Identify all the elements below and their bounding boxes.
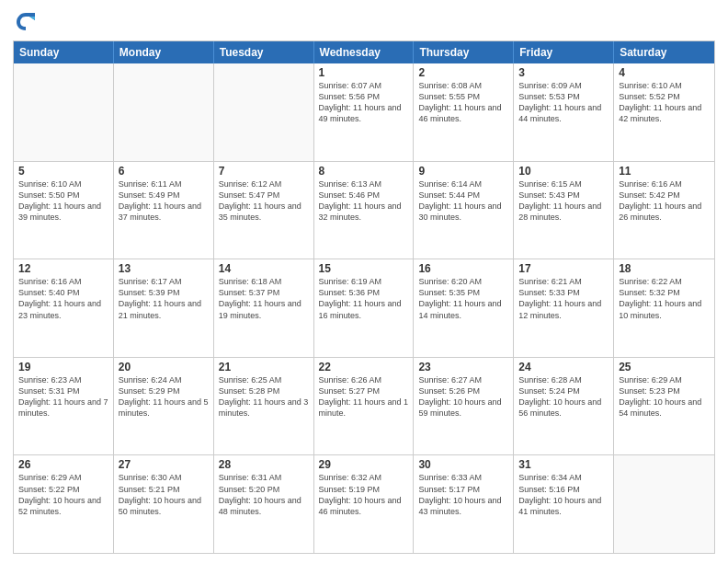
cell-info: Sunrise: 6:12 AM Sunset: 5:47 PM Dayligh… bbox=[219, 178, 309, 224]
cal-cell-2: 2Sunrise: 6:08 AM Sunset: 5:55 PM Daylig… bbox=[414, 63, 514, 161]
day-number: 27 bbox=[119, 458, 209, 471]
day-number: 19 bbox=[18, 361, 108, 373]
day-number: 10 bbox=[518, 165, 609, 178]
cal-cell-12: 12Sunrise: 6:16 AM Sunset: 5:40 PM Dayli… bbox=[14, 259, 114, 357]
page: SundayMondayTuesdayWednesdayThursdayFrid… bbox=[0, 0, 728, 563]
day-number: 8 bbox=[319, 165, 409, 178]
cell-info: Sunrise: 6:10 AM Sunset: 5:52 PM Dayligh… bbox=[619, 80, 710, 125]
day-number: 31 bbox=[518, 458, 609, 471]
cal-cell-26: 26Sunrise: 6:29 AM Sunset: 5:22 PM Dayli… bbox=[14, 455, 114, 553]
cal-row-2: 12Sunrise: 6:16 AM Sunset: 5:40 PM Dayli… bbox=[14, 259, 714, 357]
cell-info: Sunrise: 6:22 AM Sunset: 5:32 PM Dayligh… bbox=[619, 276, 710, 321]
cell-info: Sunrise: 6:18 AM Sunset: 5:37 PM Dayligh… bbox=[219, 276, 309, 321]
day-number: 25 bbox=[619, 361, 710, 373]
cell-info: Sunrise: 6:09 AM Sunset: 5:53 PM Dayligh… bbox=[518, 80, 609, 125]
cell-info: Sunrise: 6:27 AM Sunset: 5:26 PM Dayligh… bbox=[418, 374, 508, 419]
cell-info: Sunrise: 6:31 AM Sunset: 5:20 PM Dayligh… bbox=[219, 472, 309, 517]
cell-info: Sunrise: 6:33 AM Sunset: 5:17 PM Dayligh… bbox=[418, 472, 508, 517]
cell-info: Sunrise: 6:26 AM Sunset: 5:27 PM Dayligh… bbox=[319, 374, 409, 419]
cell-info: Sunrise: 6:29 AM Sunset: 5:23 PM Dayligh… bbox=[619, 374, 710, 419]
header bbox=[13, 9, 715, 35]
cal-row-0: 1Sunrise: 6:07 AM Sunset: 5:56 PM Daylig… bbox=[14, 63, 714, 161]
cal-cell-25: 25Sunrise: 6:29 AM Sunset: 5:23 PM Dayli… bbox=[614, 358, 714, 455]
cal-cell-13: 13Sunrise: 6:17 AM Sunset: 5:39 PM Dayli… bbox=[114, 259, 214, 357]
day-number: 22 bbox=[319, 361, 409, 373]
cell-info: Sunrise: 6:32 AM Sunset: 5:19 PM Dayligh… bbox=[319, 472, 409, 517]
cal-cell-20: 20Sunrise: 6:24 AM Sunset: 5:29 PM Dayli… bbox=[114, 358, 214, 455]
day-number: 24 bbox=[518, 361, 609, 373]
cal-cell-8: 8Sunrise: 6:13 AM Sunset: 5:46 PM Daylig… bbox=[314, 162, 415, 259]
cal-cell-11: 11Sunrise: 6:16 AM Sunset: 5:42 PM Dayli… bbox=[614, 162, 714, 259]
weekday-header-sunday: Sunday bbox=[14, 41, 114, 63]
cal-cell-24: 24Sunrise: 6:28 AM Sunset: 5:24 PM Dayli… bbox=[514, 358, 614, 455]
cal-cell-19: 19Sunrise: 6:23 AM Sunset: 5:31 PM Dayli… bbox=[14, 358, 114, 455]
cal-cell-5: 5Sunrise: 6:10 AM Sunset: 5:50 PM Daylig… bbox=[14, 162, 114, 259]
day-number: 6 bbox=[119, 165, 209, 178]
cell-info: Sunrise: 6:29 AM Sunset: 5:22 PM Dayligh… bbox=[18, 472, 108, 517]
logo bbox=[13, 9, 40, 35]
cal-cell-10: 10Sunrise: 6:15 AM Sunset: 5:43 PM Dayli… bbox=[514, 162, 614, 259]
cal-cell-7: 7Sunrise: 6:12 AM Sunset: 5:47 PM Daylig… bbox=[214, 162, 314, 259]
weekday-header-saturday: Saturday bbox=[614, 41, 714, 63]
cell-info: Sunrise: 6:20 AM Sunset: 5:35 PM Dayligh… bbox=[418, 276, 508, 321]
cal-cell-29: 29Sunrise: 6:32 AM Sunset: 5:19 PM Dayli… bbox=[314, 455, 415, 553]
day-number: 28 bbox=[219, 458, 309, 471]
day-number: 15 bbox=[319, 262, 409, 275]
day-number: 11 bbox=[619, 165, 710, 178]
cal-cell-14: 14Sunrise: 6:18 AM Sunset: 5:37 PM Dayli… bbox=[214, 259, 314, 357]
cal-cell-6: 6Sunrise: 6:11 AM Sunset: 5:49 PM Daylig… bbox=[114, 162, 214, 259]
cal-cell-21: 21Sunrise: 6:25 AM Sunset: 5:28 PM Dayli… bbox=[214, 358, 314, 455]
day-number: 12 bbox=[18, 262, 108, 275]
day-number: 17 bbox=[518, 262, 609, 275]
cell-info: Sunrise: 6:19 AM Sunset: 5:36 PM Dayligh… bbox=[319, 276, 409, 321]
calendar-header: SundayMondayTuesdayWednesdayThursdayFrid… bbox=[14, 41, 714, 63]
day-number: 29 bbox=[319, 458, 409, 471]
calendar: SundayMondayTuesdayWednesdayThursdayFrid… bbox=[13, 40, 715, 554]
day-number: 7 bbox=[219, 165, 309, 178]
day-number: 16 bbox=[418, 262, 508, 275]
cell-info: Sunrise: 6:25 AM Sunset: 5:28 PM Dayligh… bbox=[219, 374, 309, 419]
cal-cell-empty-0-2 bbox=[214, 63, 314, 161]
cal-cell-31: 31Sunrise: 6:34 AM Sunset: 5:16 PM Dayli… bbox=[514, 455, 614, 553]
day-number: 13 bbox=[119, 262, 209, 275]
day-number: 5 bbox=[18, 165, 108, 178]
cal-row-3: 19Sunrise: 6:23 AM Sunset: 5:31 PM Dayli… bbox=[14, 357, 714, 455]
cal-cell-17: 17Sunrise: 6:21 AM Sunset: 5:33 PM Dayli… bbox=[514, 259, 614, 357]
cell-info: Sunrise: 6:15 AM Sunset: 5:43 PM Dayligh… bbox=[518, 178, 609, 224]
cell-info: Sunrise: 6:08 AM Sunset: 5:55 PM Dayligh… bbox=[418, 80, 508, 125]
cal-row-4: 26Sunrise: 6:29 AM Sunset: 5:22 PM Dayli… bbox=[14, 454, 714, 553]
logo-icon bbox=[13, 9, 39, 35]
cal-cell-3: 3Sunrise: 6:09 AM Sunset: 5:53 PM Daylig… bbox=[514, 63, 614, 161]
calendar-body: 1Sunrise: 6:07 AM Sunset: 5:56 PM Daylig… bbox=[14, 63, 714, 553]
cal-cell-empty-0-1 bbox=[114, 63, 214, 161]
cal-cell-22: 22Sunrise: 6:26 AM Sunset: 5:27 PM Dayli… bbox=[314, 358, 415, 455]
day-number: 18 bbox=[619, 262, 710, 275]
cell-info: Sunrise: 6:24 AM Sunset: 5:29 PM Dayligh… bbox=[119, 374, 209, 419]
weekday-header-monday: Monday bbox=[114, 41, 214, 63]
cell-info: Sunrise: 6:34 AM Sunset: 5:16 PM Dayligh… bbox=[518, 472, 609, 517]
cal-cell-4: 4Sunrise: 6:10 AM Sunset: 5:52 PM Daylig… bbox=[614, 63, 714, 161]
cal-cell-empty-4-6 bbox=[614, 455, 714, 553]
cal-cell-27: 27Sunrise: 6:30 AM Sunset: 5:21 PM Dayli… bbox=[114, 455, 214, 553]
cell-info: Sunrise: 6:16 AM Sunset: 5:42 PM Dayligh… bbox=[619, 178, 710, 224]
day-number: 2 bbox=[418, 66, 508, 79]
day-number: 14 bbox=[219, 262, 309, 275]
day-number: 20 bbox=[119, 361, 209, 373]
cal-cell-9: 9Sunrise: 6:14 AM Sunset: 5:44 PM Daylig… bbox=[414, 162, 514, 259]
day-number: 1 bbox=[319, 66, 409, 79]
cell-info: Sunrise: 6:14 AM Sunset: 5:44 PM Dayligh… bbox=[418, 178, 508, 224]
cell-info: Sunrise: 6:17 AM Sunset: 5:39 PM Dayligh… bbox=[119, 276, 209, 321]
cal-cell-23: 23Sunrise: 6:27 AM Sunset: 5:26 PM Dayli… bbox=[414, 358, 514, 455]
cal-cell-15: 15Sunrise: 6:19 AM Sunset: 5:36 PM Dayli… bbox=[314, 259, 415, 357]
cal-cell-16: 16Sunrise: 6:20 AM Sunset: 5:35 PM Dayli… bbox=[414, 259, 514, 357]
weekday-header-thursday: Thursday bbox=[414, 41, 514, 63]
cell-info: Sunrise: 6:07 AM Sunset: 5:56 PM Dayligh… bbox=[319, 80, 409, 125]
weekday-header-wednesday: Wednesday bbox=[314, 41, 415, 63]
cell-info: Sunrise: 6:11 AM Sunset: 5:49 PM Dayligh… bbox=[119, 178, 209, 224]
cell-info: Sunrise: 6:16 AM Sunset: 5:40 PM Dayligh… bbox=[18, 276, 108, 321]
cell-info: Sunrise: 6:10 AM Sunset: 5:50 PM Dayligh… bbox=[18, 178, 108, 224]
day-number: 3 bbox=[518, 66, 609, 79]
cal-cell-empty-0-0 bbox=[14, 63, 114, 161]
day-number: 30 bbox=[418, 458, 508, 471]
cal-cell-1: 1Sunrise: 6:07 AM Sunset: 5:56 PM Daylig… bbox=[314, 63, 415, 161]
